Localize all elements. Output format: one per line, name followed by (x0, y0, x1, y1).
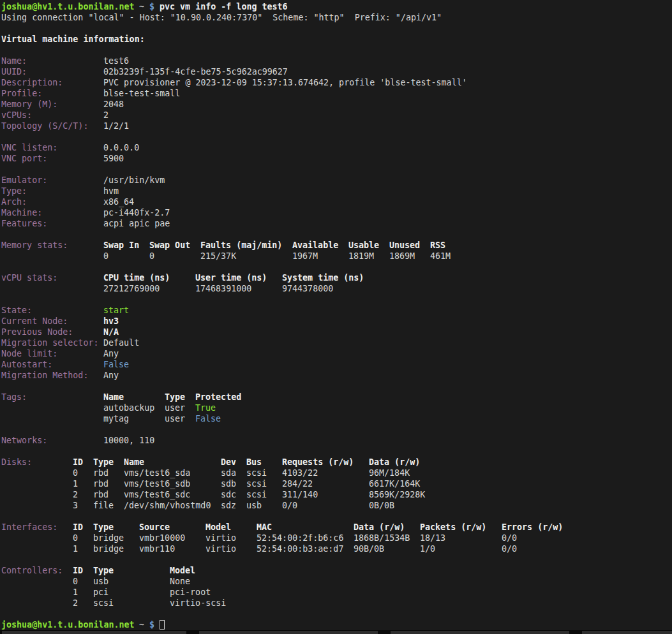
field-previous-node: Previous Node:N/A (0, 327, 672, 337)
field-profile: Profile:blse-test-small (0, 88, 672, 99)
disk-row-seg-2: vms/test6_sda (124, 468, 190, 478)
disk-row-seg-0: 2 (73, 489, 78, 500)
disk-row: 0rbdvms/test6_sdasdascsi4103/2296M/184K (0, 468, 672, 478)
vcpu-stats-values: 27212769000174683910009744378000 (0, 283, 672, 294)
field-networks: Networks:10000, 110 (0, 435, 672, 446)
disk-row-seg-2: vms/test6_sdb (124, 478, 190, 489)
controller-row-seg-0: 1 (73, 587, 78, 598)
field-topology-seg-1: 1/2/1 (103, 121, 129, 131)
field-previous-node-seg-1: N/A (103, 327, 119, 337)
taskbar-item-0[interactable] (2, 631, 186, 634)
memory-stats-header-seg-6: Unused (389, 240, 420, 251)
field-networks-seg-1: 10000, 110 (103, 435, 154, 446)
connection-info-line: Using connection "local" - Host: "10.90.… (0, 12, 672, 23)
interfaces-header-seg-6: Data (r/w) (354, 522, 405, 533)
interface-row-seg-2: vmbr10000 (139, 533, 185, 543)
controllers-header: Controllers:IDTypeModel (0, 565, 672, 576)
memory-stats-header-seg-2: Swap Out (149, 240, 190, 251)
interface-row-seg-7: 0/0 (502, 543, 517, 554)
field-emulator-seg-1: /usr/bin/kvm (103, 175, 165, 186)
field-emulator: Emulator:/usr/bin/kvm (0, 175, 672, 186)
disk-row-seg-4: usb (246, 500, 262, 511)
field-description-seg-1: PVC provisioner @ 2023-12-09 15:37:13.67… (103, 77, 467, 88)
tag-row-seg-0: autobackup (103, 402, 154, 413)
field-arch-seg-1: x86_64 (103, 196, 134, 207)
terminal-screen[interactable]: joshua@hv1.t.u.bonilan.net~$pvc vm info … (0, 0, 672, 634)
field-name-seg-0: Name: (1, 55, 27, 66)
connection-info-line-seg-0: Using connection "local" - Host: "10.90.… (1, 12, 442, 23)
field-arch: Arch:x86_64 (0, 196, 672, 207)
interface-row-seg-4: 52:54:00:b3:ae:d7 (257, 543, 343, 554)
field-migration-method: Migration Method:Any (0, 370, 672, 381)
tags-header-seg-0: Tags: (1, 392, 27, 402)
field-vnc-listen: VNC listen:0.0.0.0 (0, 142, 672, 153)
field-topology-seg-0: Topology (S/C/T): (1, 121, 88, 131)
field-vnc-port-seg-1: 5900 (103, 153, 124, 164)
field-vcpus-seg-0: vCPUs: (1, 110, 32, 121)
prompt-command-line-seg-3: pvc vm info -f long test6 (160, 1, 288, 12)
section-title-seg-0: Virtual machine information: (1, 34, 145, 45)
disks-header-seg-5: Bus (246, 457, 262, 468)
memory-stats-header: Memory stats:Swap InSwap OutFaults (maj/… (0, 240, 672, 251)
controllers-header-seg-3: Model (170, 565, 195, 576)
taskbar-item-2[interactable] (391, 631, 569, 634)
disk-row-seg-3: sdz (221, 500, 236, 511)
controller-row-seg-1: pci (93, 587, 108, 598)
field-description: Description:PVC provisioner @ 2023-12-09… (0, 77, 672, 88)
disk-row-seg-0: 3 (73, 500, 78, 511)
field-node-limit-seg-1: Any (103, 348, 119, 359)
disk-row-seg-1: rbd (93, 478, 108, 489)
field-memory: Memory (M):2048 (0, 99, 672, 110)
tag-row-seg-0: mytag (103, 413, 129, 424)
controller-row-seg-1: scsi (93, 598, 114, 608)
controller-row: 2scsivirtio-scsi (0, 598, 672, 608)
controller-row: 1pcipci-root (0, 587, 672, 598)
field-autostart: Autostart:False (0, 359, 672, 370)
field-vnc-port: VNC port:5900 (0, 153, 672, 164)
field-type-seg-0: Type: (1, 186, 27, 196)
field-profile-seg-1: blse-test-small (103, 88, 180, 99)
tags-header: Tags:NameTypeProtected (0, 392, 672, 402)
interface-row-seg-0: 0 (73, 533, 78, 543)
field-migration-selector-seg-0: Migration selector: (1, 337, 98, 348)
interfaces-header: Interfaces:IDTypeSourceModelMACData (r/w… (0, 522, 672, 533)
disk-row-seg-1: file (93, 500, 114, 511)
taskbar-edge (0, 630, 672, 634)
memory-stats-values-seg-0: 0 (103, 251, 108, 262)
field-type: Type:hvm (0, 186, 672, 196)
prompt-command-line: joshua@hv1.t.u.bonilan.net~$pvc vm info … (0, 1, 672, 12)
taskbar-item-3[interactable] (582, 631, 672, 634)
disk-row-seg-3: sda (221, 468, 236, 478)
prompt-line: joshua@hv1.t.u.bonilan.net~$ (0, 619, 672, 630)
interface-row-seg-3: virtio (205, 533, 236, 543)
interface-row-seg-1: bridge (93, 533, 124, 543)
interfaces-header-seg-1: ID (73, 522, 83, 533)
interfaces-header-seg-8: Errors (r/w) (502, 522, 563, 533)
field-vnc-listen-seg-1: 0.0.0.0 (103, 142, 139, 153)
interface-row-seg-0: 1 (73, 543, 78, 554)
field-features: Features:acpi apic pae (0, 218, 672, 229)
section-title: Virtual machine information: (0, 34, 672, 45)
disks-header-seg-7: Data (r/w) (369, 457, 420, 468)
tag-row-seg-2: False (195, 413, 221, 424)
memory-stats-header-seg-3: Faults (maj/min) (200, 240, 282, 251)
field-name: Name:test6 (0, 55, 672, 66)
memory-stats-values-seg-4: 1819M (348, 251, 374, 262)
memory-stats-values-seg-6: 461M (430, 251, 451, 262)
controllers-header-seg-2: Type (93, 565, 114, 576)
field-description-seg-0: Description: (1, 77, 63, 88)
disk-row-seg-1: rbd (93, 468, 108, 478)
disk-row-seg-5: 0/0 (282, 500, 297, 511)
field-machine: Machine:pc-i440fx-2.7 (0, 207, 672, 218)
taskbar-item-1[interactable] (199, 631, 378, 634)
disks-header-seg-0: Disks: (1, 457, 32, 468)
interfaces-header-seg-3: Source (139, 522, 170, 533)
interfaces-header-seg-2: Type (93, 522, 114, 533)
disk-row-seg-3: sdb (221, 478, 236, 489)
interfaces-header-seg-7: Packets (r/w) (420, 522, 486, 533)
prompt-command-line-seg-1: ~ (139, 1, 144, 12)
field-vnc-listen-seg-0: VNC listen: (1, 142, 57, 153)
memory-stats-values-seg-2: 215/37K (200, 251, 236, 262)
field-autostart-seg-0: Autostart: (1, 359, 52, 370)
disk-row-seg-2: vms/test6_sdc (124, 489, 190, 500)
